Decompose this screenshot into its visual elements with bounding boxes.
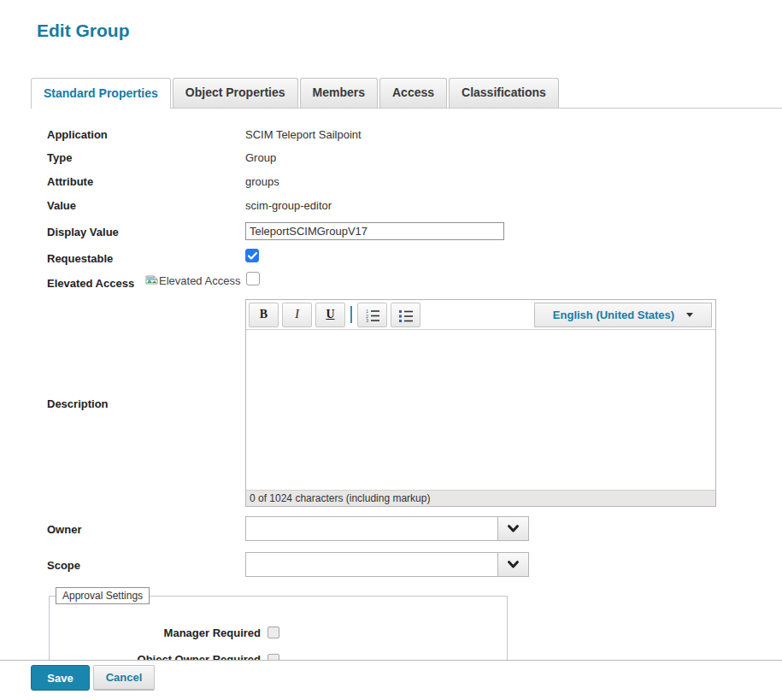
attribute-label: Attribute xyxy=(47,175,93,188)
tab-standard-properties[interactable]: Standard Properties xyxy=(31,78,171,109)
tab-strip: Standard Properties Object Properties Me… xyxy=(31,79,782,109)
application-value: SCIM Teleport Sailpoint xyxy=(245,128,362,141)
elevated-access-label: Elevated Access xyxy=(47,277,134,290)
check-icon xyxy=(248,252,257,260)
display-value-input[interactable] xyxy=(245,222,504,240)
application-label: Application xyxy=(47,128,108,141)
underline-button[interactable]: U xyxy=(315,303,345,327)
tab-access[interactable]: Access xyxy=(379,78,447,108)
caret-down-icon xyxy=(686,313,693,317)
bullet-list-icon xyxy=(397,308,414,322)
requestable-label: Requestable xyxy=(47,252,113,265)
description-editor: B I U 1 2 3 xyxy=(245,299,716,507)
owner-combo xyxy=(245,516,529,541)
tab-classifications[interactable]: Classifications xyxy=(449,78,559,108)
elevated-access-checkbox[interactable] xyxy=(246,272,260,285)
scope-combo xyxy=(245,552,529,577)
language-selector-label: English (United States) xyxy=(553,309,674,321)
value-label: Value xyxy=(47,199,76,212)
page-title: Edit Group xyxy=(37,21,130,41)
toolbar-separator xyxy=(350,306,352,323)
owner-input[interactable] xyxy=(245,516,498,541)
type-value: Group xyxy=(245,151,276,164)
type-label: Type xyxy=(47,151,72,164)
button-bar: Save Cancel xyxy=(0,660,782,700)
description-label: Description xyxy=(47,397,109,410)
svg-text:3: 3 xyxy=(366,318,368,322)
description-char-counter: 0 of 1024 characters (including markup) xyxy=(246,490,715,506)
description-editor-toolbar: B I U 1 2 3 xyxy=(246,300,715,330)
language-selector[interactable]: English (United States) xyxy=(534,303,712,327)
elevated-access-broken-image: Elevated Access xyxy=(145,274,240,288)
chevron-down-icon xyxy=(507,560,520,569)
edit-group-page: Edit Group Standard Properties Object Pr… xyxy=(0,0,782,700)
italic-button[interactable]: I xyxy=(282,303,312,327)
scope-label: Scope xyxy=(47,559,80,572)
scope-dropdown-button[interactable] xyxy=(498,552,529,577)
value-value: scim-group-editor xyxy=(245,199,332,212)
manager-required-label: Manager Required xyxy=(47,626,261,639)
scope-input[interactable] xyxy=(245,552,498,577)
attribute-value: groups xyxy=(245,175,279,188)
tab-object-properties[interactable]: Object Properties xyxy=(173,78,298,108)
broken-image-icon xyxy=(145,275,158,288)
display-value-label: Display Value xyxy=(47,226,119,238)
description-editor-body[interactable] xyxy=(246,330,715,490)
elevated-access-image-alt: Elevated Access xyxy=(159,274,240,287)
requestable-checkbox[interactable] xyxy=(245,249,259,262)
manager-required-checkbox[interactable] xyxy=(268,626,279,638)
numbered-list-button[interactable]: 1 2 3 xyxy=(357,303,387,327)
numbered-list-icon: 1 2 3 xyxy=(364,308,380,322)
cancel-button[interactable]: Cancel xyxy=(93,665,155,691)
save-button[interactable]: Save xyxy=(31,665,90,691)
chevron-down-icon xyxy=(507,524,520,533)
tab-members[interactable]: Members xyxy=(300,78,378,108)
bold-button[interactable]: B xyxy=(249,303,279,327)
owner-label: Owner xyxy=(47,523,81,536)
bullet-list-button[interactable] xyxy=(391,303,420,327)
owner-dropdown-button[interactable] xyxy=(498,516,529,541)
approval-settings-legend: Approval Settings xyxy=(56,587,150,604)
